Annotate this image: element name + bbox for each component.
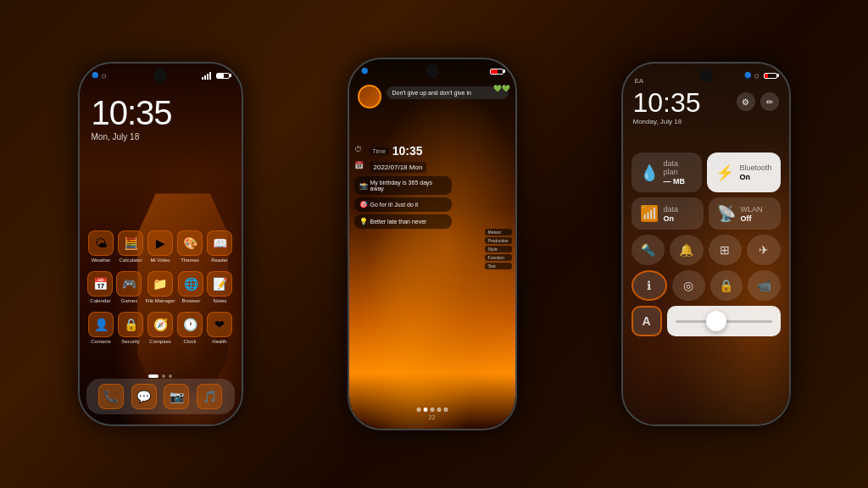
app-icon-calendar: 📅 [87, 271, 113, 297]
cc-header-icons: ⚙ ✏ [737, 92, 779, 111]
app-compass[interactable]: 🧭 Compass [147, 312, 173, 344]
app-icon-health: ❤ [207, 312, 232, 337]
settings-icon[interactable]: ⚙ [737, 92, 755, 111]
app-security[interactable]: 🔒 Security [118, 312, 143, 344]
dock-sms[interactable]: 💬 [131, 384, 157, 409]
status-battery-right: 🔵 ⬡ [744, 72, 777, 79]
dot-2 [162, 374, 165, 378]
phone-center: 🔵 Don't give up and don't give in 💚💚 ⏱ T… [348, 58, 517, 430]
lock-tile[interactable]: 🔒 [710, 270, 743, 301]
dock: 📞 💬 📷 🎵 [86, 379, 235, 414]
status-battery-left [202, 72, 230, 80]
data-sub: On [664, 214, 679, 223]
app-label-notes: Notes [214, 298, 227, 303]
app-games[interactable]: 🎮 Games [116, 271, 142, 303]
center-dot-4 [437, 408, 441, 412]
brightness-row: A [632, 306, 781, 336]
app-calendar[interactable]: 📅 Calendar [87, 271, 113, 303]
tile-data-plan[interactable]: 💧 data plan — MB [632, 152, 703, 192]
location-tile[interactable]: ◎ [672, 270, 705, 301]
phone-right: EA 🔵 ⬡ 10:35 Monday, July 18 [621, 62, 791, 426]
app-icon-weather: 🌤 [88, 230, 114, 256]
font-tile[interactable]: A [632, 306, 662, 336]
better-late-icon: 💡 [359, 218, 368, 225]
app-mivideo[interactable]: ▶ Mi Video [147, 230, 173, 263]
widget-better-text: Better late than never [370, 219, 427, 225]
phone-left: 🔵 ⬡ 10:35 Mon, July 18 [78, 62, 243, 426]
brightness-slider[interactable] [667, 306, 781, 336]
mini-tag-function: Function [485, 254, 512, 261]
widget-birthday-text: My birthday is 365 days away [370, 180, 447, 191]
torch-tile[interactable]: 🔦 [632, 235, 665, 265]
info-tile[interactable]: ℹ [632, 270, 668, 301]
app-icon-contacts: 👤 [88, 312, 114, 337]
edit-icon[interactable]: ✏ [760, 92, 779, 111]
tile-wlan[interactable]: 📡 WLAN Off [709, 197, 781, 230]
dock-music[interactable]: 🎵 [197, 384, 222, 409]
widget-better-late: 💡 Better late than never [354, 214, 452, 229]
app-notes[interactable]: 📝 Notes [207, 271, 232, 303]
widget-birthday: 📸 My birthday is 365 days away [354, 176, 452, 195]
center-dot-1 [416, 408, 420, 412]
app-icon-mivideo: ▶ [147, 230, 173, 256]
app-label-reader: Reader [211, 258, 228, 263]
hearts-icon: 💚💚 [493, 85, 510, 92]
app-row-1: 🌤 Weather 🧮 Calculator ▶ Mi Video 🎨 Them… [86, 230, 235, 263]
brightness-handle[interactable] [706, 311, 726, 331]
app-icon-calculator: 🧮 [118, 230, 143, 256]
app-label-clock: Clock [183, 339, 196, 344]
app-icon-compass: 🧭 [147, 312, 173, 337]
tile-bluetooth[interactable]: ⚡ Bluetooth On [707, 152, 780, 192]
mini-tag-style: Style [485, 246, 512, 252]
app-health[interactable]: ❤ Health [207, 312, 232, 344]
phone-right-screen: EA 🔵 ⬡ 10:35 Monday, July 18 [623, 64, 789, 424]
app-icon-games: 🎮 [116, 271, 142, 297]
app-label-calculator: Calculator [119, 258, 142, 263]
app-themes[interactable]: 🎨 Themes [177, 230, 203, 263]
phone-left-screen: 🔵 ⬡ 10:35 Mon, July 18 [80, 64, 242, 424]
scene: 🔵 ⬡ 10:35 Mon, July 18 [0, 0, 868, 488]
app-reader[interactable]: 📖 Reader [207, 230, 232, 263]
app-browser[interactable]: 🌐 Browser [178, 271, 203, 303]
page-number: 22 [429, 414, 436, 420]
app-icon-clock: 🕐 [177, 312, 203, 337]
app-icon-themes: 🎨 [177, 230, 203, 256]
status-icons-center: 🔵 [361, 68, 369, 75]
app-label-contacts: Contacts [91, 339, 111, 344]
airplane-tile[interactable]: ✈ [747, 235, 781, 265]
tile-data[interactable]: 📶 data On [632, 197, 704, 230]
widget-panel: ⏱ Time 10:35 📅 2022/07/18 Mon 📸 My birth… [354, 144, 452, 231]
video-tile[interactable]: 📹 [748, 270, 781, 301]
app-icon-browser: 🌐 [178, 271, 203, 297]
data-icon: 📶 [640, 204, 659, 223]
widget-go-for-it: 🎯 Go for it! Just do it [354, 197, 452, 212]
mini-panel: Meteor Production Style Function Text [485, 229, 512, 269]
app-filemanager[interactable]: 📁 File Manager [145, 271, 175, 303]
center-dot-2 [423, 408, 427, 412]
clock-widget-icon: ⏱ [354, 145, 366, 157]
dock-phone[interactable]: 📞 [98, 384, 124, 409]
center-quote: Don't give up and don't give in [387, 86, 509, 99]
mirror-tile[interactable]: ⊞ [709, 235, 743, 265]
status-battery-center [490, 69, 504, 75]
wlan-label: WLAN [741, 205, 763, 214]
bluetooth-label: Bluetooth [739, 164, 771, 172]
app-calculator[interactable]: 🧮 Calculator [118, 230, 143, 263]
dock-camera[interactable]: 📷 [164, 384, 189, 409]
app-icon-filemanager: 📁 [147, 271, 173, 297]
go-for-it-icon: 🎯 [359, 201, 368, 208]
app-contacts[interactable]: 👤 Contacts [88, 312, 114, 344]
app-row-2: 📅 Calendar 🎮 Games 📁 File Manager 🌐 Brow… [86, 271, 235, 303]
app-clock[interactable]: 🕐 Clock [177, 312, 203, 344]
wlan-icon: 📡 [717, 204, 736, 223]
app-label-health: Health [212, 339, 226, 344]
mini-tag-text: Text [485, 263, 512, 269]
bell-tile[interactable]: 🔔 [670, 235, 704, 265]
center-page-dots [416, 408, 448, 412]
app-label-games: Games [121, 298, 137, 303]
app-row-3: 👤 Contacts 🔒 Security 🧭 Compass 🕐 Clock [86, 312, 235, 344]
cc-time: 10:35 [633, 89, 701, 116]
font-icon: A [642, 314, 650, 328]
data-label: data [664, 205, 679, 214]
app-weather[interactable]: 🌤 Weather [88, 230, 114, 263]
